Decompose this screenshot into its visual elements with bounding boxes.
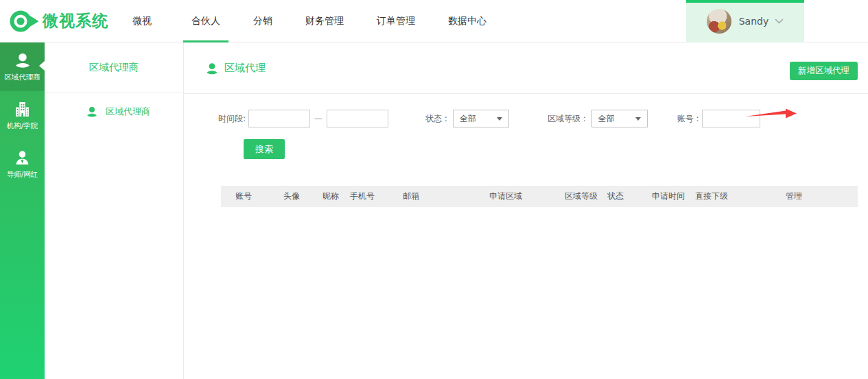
active-notch	[39, 61, 45, 71]
column-header: 昵称	[322, 191, 350, 202]
column-header: 直接下级	[695, 191, 786, 202]
person-pin-icon	[86, 106, 98, 118]
sidebar-item-mentors[interactable]: 导师/网红	[0, 140, 45, 188]
mentor-icon	[14, 149, 31, 167]
column-header: 区域等级	[565, 191, 607, 202]
page-header: 区域代理 新增区域代理	[184, 42, 868, 94]
time-from-input[interactable]	[248, 110, 310, 127]
nav-item-finance[interactable]: 财务管理	[297, 0, 352, 42]
person-pin-icon	[14, 51, 32, 69]
filter-bar: 时间段: — 状态 : 全部 区域等级 : 全部 账号 : 搜索	[184, 94, 868, 159]
column-header: 头像	[283, 191, 322, 202]
panel-title: 区域代理商	[45, 42, 183, 93]
sidebar-item-region-agents[interactable]: 区域代理商	[0, 42, 45, 91]
avatar	[707, 9, 731, 34]
sidebar-item-institutions[interactable]: 机构/学院	[0, 91, 45, 140]
account-label: 账号 :	[677, 113, 699, 125]
caret-down-icon	[497, 117, 502, 121]
chevron-down-icon	[775, 19, 784, 24]
caret-down-icon	[635, 117, 641, 121]
region-level-select[interactable]: 全部	[591, 110, 648, 127]
primary-sidebar: 区域代理商 机构/学院 导师/网红	[0, 42, 45, 379]
status-label: 状态 :	[425, 113, 447, 125]
brand-name: 微视系统	[43, 10, 108, 32]
column-header: 手机号	[350, 191, 403, 202]
column-header: 邮箱	[403, 191, 489, 202]
nav-item-data-center[interactable]: 数据中心	[440, 0, 495, 42]
secondary-sidebar: 区域代理商 区域代理商	[45, 42, 184, 379]
range-separator: —	[314, 114, 322, 123]
column-header: 申请时间	[652, 191, 695, 202]
nav-item-orders[interactable]: 订单管理	[368, 0, 423, 42]
column-header: 管理	[786, 191, 858, 202]
top-header: 微视系统 微视 合伙人 分销 财务管理 订单管理 数据中心 Sandy	[0, 0, 868, 42]
building-icon	[14, 101, 31, 118]
page-title: 区域代理	[205, 42, 266, 94]
region-level-label: 区域等级 :	[548, 113, 586, 125]
column-header: 申请区域	[489, 191, 565, 202]
eye-icon	[9, 9, 39, 34]
time-range-label: 时间段:	[218, 113, 246, 125]
column-header: 账号	[235, 191, 283, 202]
top-nav: 微视 合伙人 分销 财务管理 订单管理 数据中心	[124, 0, 511, 42]
nav-item-weishi[interactable]: 微视	[124, 0, 160, 42]
add-region-agent-button[interactable]: 新增区域代理	[790, 62, 858, 80]
annotation-arrow-icon	[745, 108, 797, 119]
column-header: 状态	[607, 191, 652, 202]
main-content: 区域代理 新增区域代理 时间段: — 状态 : 全部 区域等级 : 全部 账号 …	[184, 42, 868, 379]
status-select[interactable]: 全部	[453, 110, 509, 127]
user-menu[interactable]: Sandy	[686, 0, 804, 42]
user-name: Sandy	[739, 16, 769, 27]
nav-item-distribution[interactable]: 分销	[245, 0, 281, 42]
table-header-row: 账号头像昵称手机号邮箱申请区域区域等级状态申请时间直接下级管理	[221, 186, 858, 207]
nav-item-partner[interactable]: 合伙人	[183, 0, 228, 42]
search-button[interactable]: 搜索	[244, 139, 285, 159]
person-pin-icon	[205, 62, 219, 75]
brand-logo: 微视系统	[9, 9, 113, 34]
panel-item-region-agents[interactable]: 区域代理商	[45, 106, 183, 118]
time-to-input[interactable]	[327, 110, 388, 127]
